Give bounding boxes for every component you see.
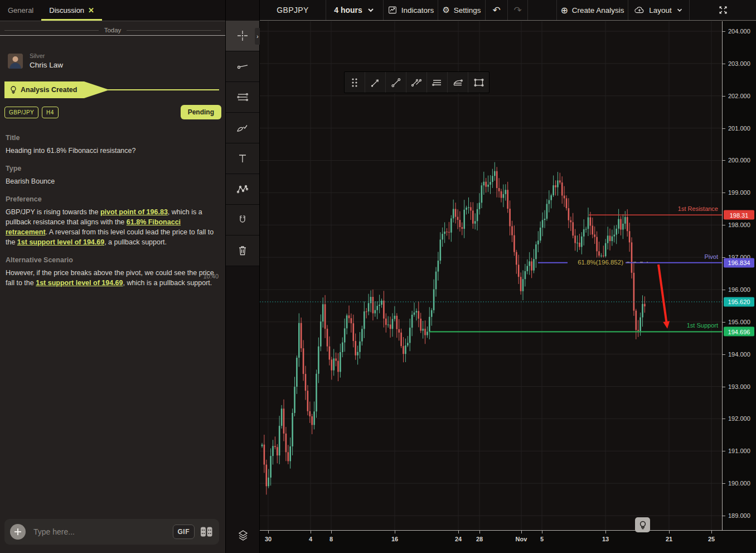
- inline-link[interactable]: pivot point of 196.83: [100, 208, 168, 216]
- text-icon: [236, 152, 249, 165]
- fib-retracement-icon: [236, 90, 249, 104]
- lightbulb-icon: [9, 85, 17, 94]
- price-tick: [723, 387, 725, 387]
- event-banner-label: Analysis Created: [21, 86, 77, 94]
- redo-button[interactable]: ↷: [508, 0, 528, 20]
- draw-fib-retracement-tool[interactable]: [427, 72, 448, 93]
- indicators-button[interactable]: Indicators: [384, 0, 438, 20]
- create-analysis-label: Create Analysis: [572, 6, 624, 15]
- close-icon[interactable]: ✕: [88, 6, 94, 15]
- create-analysis-button[interactable]: ⊕ Create Analysis: [557, 0, 628, 20]
- redo-icon: ↷: [513, 4, 521, 16]
- time-axis[interactable]: 3048162428Nov5132125: [260, 530, 756, 553]
- tool-text[interactable]: [226, 143, 259, 174]
- idea-lightbulb-button[interactable]: [635, 517, 650, 532]
- section-label: Type: [6, 165, 220, 172]
- active-tab-underline: [41, 19, 102, 21]
- timeframe-chip: H4: [42, 107, 59, 118]
- text-segment: Heading into 61.8% Fibonacci resistance?: [6, 147, 135, 155]
- draw-fib-channel-tool[interactable]: [448, 72, 468, 93]
- price-tick: [723, 290, 725, 290]
- symbol-button[interactable]: GBPJPY: [260, 0, 326, 20]
- level-label: Pivot: [705, 253, 718, 260]
- time-tick: [268, 531, 269, 533]
- author-name: Chris Law: [30, 61, 63, 69]
- message-composer[interactable]: GIF: [4, 519, 219, 545]
- analysis-sections: TitleHeading into 61.8% Fibonacci resist…: [6, 125, 220, 288]
- time-tick: [605, 531, 606, 533]
- tool-trend-line[interactable]: [226, 51, 259, 82]
- price-tick: [723, 322, 725, 323]
- draw-rectangle-tool[interactable]: [468, 72, 489, 93]
- drag-handle[interactable]: [345, 72, 365, 93]
- discussion-panel: General Discussion ✕ Today: [0, 0, 226, 553]
- chart-canvas[interactable]: 1st ResistancePivot1st Support61.8%(196.…: [260, 21, 722, 530]
- time-tick-label: 30: [265, 536, 272, 542]
- time-tick-label: 4: [309, 536, 312, 542]
- tool-brush[interactable]: [226, 113, 259, 143]
- undo-icon: ↶: [492, 4, 500, 16]
- analysis-section: Alternative ScenarioHowever, if the pric…: [6, 256, 220, 288]
- price-tick-label: 198.000: [728, 222, 750, 228]
- message-input[interactable]: [33, 527, 173, 536]
- layout-label: Layout: [649, 6, 672, 15]
- time-tick: [669, 531, 670, 533]
- date-divider-label: Today: [104, 27, 122, 33]
- gear-icon: ⚙: [442, 5, 449, 15]
- price-tick-label: 200.000: [728, 157, 750, 164]
- divider-line: [127, 30, 221, 31]
- price-tick-label: 189.000: [728, 512, 750, 519]
- fullscreen-button[interactable]: [690, 0, 756, 20]
- tool-object-tree[interactable]: [226, 522, 260, 550]
- time-tick-label: Nov: [516, 536, 527, 542]
- inline-link[interactable]: 1st support level of 194.69: [36, 279, 123, 287]
- text-segment: , a pullback support.: [104, 238, 167, 246]
- price-tick: [723, 128, 725, 129]
- price-tick-label: 191.000: [728, 448, 750, 454]
- layout-dropdown[interactable]: Layout: [628, 0, 690, 20]
- divider-line: [4, 30, 99, 31]
- interval-label: 4 hours: [334, 6, 362, 15]
- price-tick: [723, 193, 725, 193]
- interval-dropdown[interactable]: 4 hours: [326, 0, 384, 20]
- event-banner-line: [107, 89, 219, 90]
- tab-discussion-label: Discussion: [49, 6, 84, 15]
- candles: [261, 162, 646, 495]
- time-tick: [521, 531, 522, 533]
- indicators-icon: [387, 5, 398, 15]
- settings-button[interactable]: ⚙ Settings: [438, 0, 486, 20]
- chart-topbar: GBPJPY 4 hours Indicators ⚙ Settings ↶ ↷…: [260, 0, 756, 21]
- projection-arrow[interactable]: [658, 265, 667, 323]
- undo-button[interactable]: ↶: [486, 0, 508, 20]
- text-segment: GBP/JPY is rising towards the: [6, 208, 100, 216]
- tool-magnet[interactable]: [226, 205, 259, 235]
- gif-button[interactable]: GIF: [173, 525, 195, 539]
- tool-fib-retracement[interactable]: [226, 82, 259, 113]
- time-tick: [331, 531, 332, 533]
- tab-discussion[interactable]: Discussion ✕: [41, 0, 102, 21]
- chevron-down-icon: [676, 6, 684, 14]
- draw-parallel-channel-tool[interactable]: [406, 72, 427, 93]
- plus-circle-icon: ⊕: [560, 5, 568, 16]
- draw-arrow-tool[interactable]: [365, 72, 386, 93]
- tool-crosshair[interactable]: [226, 21, 259, 51]
- section-label: Preference: [6, 195, 220, 203]
- section-label: Alternative Scenario: [6, 256, 220, 264]
- tool-delete[interactable]: [226, 235, 259, 266]
- tool-xabcd-pattern[interactable]: [226, 174, 259, 205]
- plus-icon: [10, 524, 26, 540]
- topbar-spacer: [528, 0, 557, 20]
- message-timestamp: 10:40: [203, 273, 219, 280]
- tab-general[interactable]: General: [0, 0, 41, 21]
- separator-line: [0, 35, 225, 36]
- avatar[interactable]: [8, 54, 23, 69]
- attach-button[interactable]: [10, 524, 26, 540]
- author-tier: Silver: [30, 52, 63, 59]
- price-tick: [723, 354, 725, 355]
- sticker-icon[interactable]: [200, 526, 214, 538]
- section-body: GBP/JPY is rising towards the pivot poin…: [6, 207, 220, 247]
- draw-trend-line-tool[interactable]: [386, 72, 406, 93]
- inline-link[interactable]: 1st support level of 194.69: [17, 238, 104, 246]
- price-axis[interactable]: 204.000203.000202.000201.000200.000199.0…: [722, 21, 756, 530]
- price-tick-label: 194.000: [728, 351, 750, 358]
